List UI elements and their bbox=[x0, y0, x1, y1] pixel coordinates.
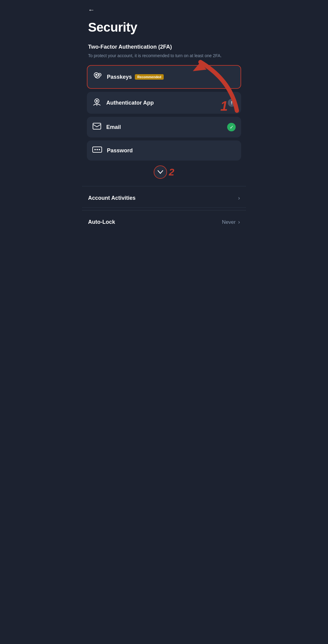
security-options-list: Passkeys Recommended Authenticator App !… bbox=[82, 65, 246, 161]
email-label: Email bbox=[106, 124, 121, 130]
twofa-section: Two-Factor Authentication (2FA) To prote… bbox=[82, 44, 246, 65]
password-item[interactable]: Password bbox=[87, 140, 241, 161]
success-icon: ✓ bbox=[227, 123, 236, 131]
passkeys-label: Passkeys bbox=[107, 74, 132, 80]
auto-lock-chevron-icon: › bbox=[238, 219, 240, 225]
svg-rect-7 bbox=[93, 123, 101, 129]
authenticator-status: ! bbox=[228, 99, 236, 107]
auto-lock-value-row: Never › bbox=[222, 219, 240, 225]
expand-section: 2 bbox=[82, 161, 246, 184]
email-status: ✓ bbox=[227, 123, 236, 131]
auto-lock-label: Auto-Lock bbox=[88, 219, 115, 225]
account-activities-label: Account Activities bbox=[88, 195, 135, 201]
svg-rect-11 bbox=[99, 149, 100, 150]
auto-lock-value: Never bbox=[222, 219, 236, 225]
svg-rect-9 bbox=[94, 149, 96, 150]
authenticator-label: Authenticator App bbox=[106, 100, 154, 106]
passkeys-item[interactable]: Passkeys Recommended bbox=[87, 65, 241, 89]
svg-point-3 bbox=[99, 74, 100, 75]
password-icon bbox=[92, 147, 102, 154]
authenticator-icon bbox=[92, 98, 101, 108]
back-arrow-icon: ← bbox=[88, 6, 95, 14]
svg-point-5 bbox=[96, 100, 98, 102]
page-title: Security bbox=[82, 17, 246, 44]
section-divider bbox=[82, 186, 246, 186]
account-activities-chevron-icon: › bbox=[238, 195, 240, 201]
twofa-title: Two-Factor Authentication (2FA) bbox=[82, 44, 246, 53]
svg-rect-10 bbox=[97, 149, 98, 150]
password-label: Password bbox=[107, 147, 133, 154]
svg-point-1 bbox=[95, 74, 97, 76]
authenticator-item[interactable]: Authenticator App ! bbox=[87, 92, 241, 114]
twofa-description: To protect your account, it is recommend… bbox=[82, 53, 246, 65]
email-icon bbox=[92, 123, 101, 131]
warning-icon: ! bbox=[228, 99, 236, 107]
section-divider-2 bbox=[82, 210, 246, 210]
passkeys-icon bbox=[93, 72, 102, 82]
back-button[interactable]: ← bbox=[82, 0, 246, 17]
recommended-badge: Recommended bbox=[135, 74, 164, 80]
step-number-2: 2 bbox=[169, 167, 174, 178]
account-activities-item[interactable]: Account Activities › bbox=[82, 189, 246, 208]
auto-lock-item[interactable]: Auto-Lock Never › bbox=[82, 213, 246, 231]
email-item[interactable]: Email ✓ bbox=[87, 117, 241, 137]
expand-button[interactable] bbox=[154, 165, 167, 179]
